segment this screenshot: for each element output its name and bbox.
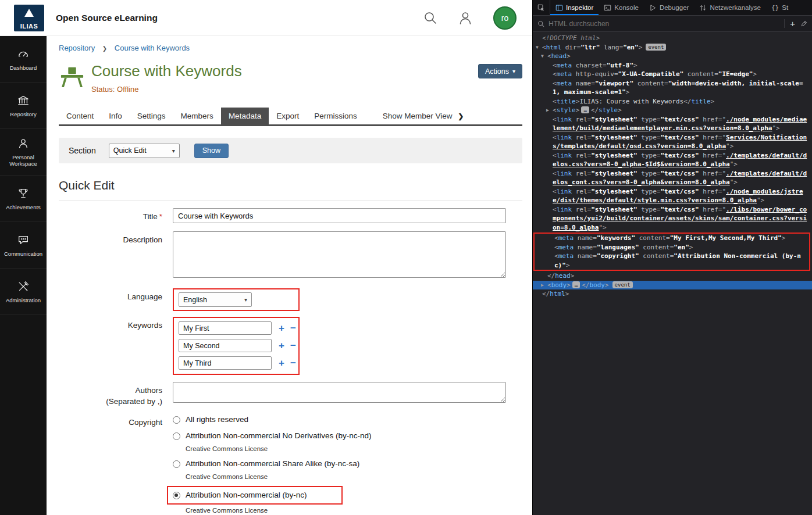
copyright-option-all-rights[interactable]: All rights reserved [173,414,522,425]
devtools-tree-line[interactable]: ▼<head> [533,52,812,61]
sidebar-item-communication[interactable]: Communication [0,222,47,269]
tab-members[interactable]: Members [173,108,221,124]
inline-expander[interactable]: … [572,281,580,288]
keyword-input[interactable] [179,321,272,335]
sidebar-item-achievements[interactable]: Achievements [0,176,47,222]
radio-icon[interactable] [173,460,180,468]
copyright-option-by-nc-nd[interactable]: Attribution Non-commercial No Derivative… [173,430,522,442]
devtools-tree-line[interactable]: <link rel="stylesheet" type="text/css" h… [533,115,812,133]
tab-permissions[interactable]: Permissions [307,108,365,124]
radio-icon[interactable] [173,432,180,440]
devtools-tree-line[interactable]: <link rel="stylesheet" type="text/css" h… [533,151,812,169]
markup-token: "> [730,178,738,186]
add-keyword-button[interactable]: + [279,323,284,333]
breadcrumb-course[interactable]: Course with Keywords [115,44,190,52]
tab-show-member-view[interactable]: Show Member View ❯ [375,108,472,124]
markup-token: "stylesheet" [591,134,637,141]
eyedropper-icon[interactable] [800,20,807,27]
description-textarea[interactable] [173,231,506,278]
devtools-tree-line[interactable]: <link rel="stylesheet" type="text/css" h… [533,169,812,187]
add-keyword-button[interactable]: + [279,341,284,351]
tab-info[interactable]: Info [101,108,130,124]
markup-token: http-equiv [576,70,614,78]
markup-token [635,234,639,242]
markup-token: "en" [623,44,639,51]
remove-keyword-button[interactable]: − [290,358,296,368]
show-button[interactable]: Show [194,144,229,158]
actions-button[interactable]: Actions ▾ [478,64,522,78]
expand-arrow-icon[interactable]: ▶ [546,106,553,115]
markup-token: "IE=edge" [718,70,753,78]
avatar[interactable]: ro [493,6,517,30]
create-node-button[interactable]: + [790,19,795,28]
breadcrumb-repository[interactable]: Repository [59,44,95,52]
devtools-tree-line[interactable]: <meta name="keywords" content="My First,… [535,234,809,243]
sidebar-item-administration[interactable]: Administration [0,269,47,315]
remove-keyword-button[interactable]: − [290,341,296,351]
devtools-tree-line[interactable]: <link rel="stylesheet" type="text/css" h… [533,133,812,151]
tab-export[interactable]: Export [269,108,307,124]
sidebar-item-repository[interactable]: Repository [0,83,47,129]
markup-token: = [593,252,597,260]
search-button[interactable] [422,10,439,26]
devtools-tree-line[interactable]: <link rel="stylesheet" type="text/css" h… [533,205,812,233]
cc-license-note: Creative Commons License [186,507,522,514]
markup-token: link [557,116,572,123]
copyright-option-by-nc[interactable]: Attribution Non-commercial (by-nc) [173,489,307,501]
language-select[interactable]: English ▾ [179,292,252,307]
title-input[interactable] [173,208,506,223]
section-select[interactable]: Quick Edit ▾ [109,144,180,158]
ilias-app: ILIAS Open Source eLearning ro Dashboard… [0,0,532,515]
devtools-tab-netzwerkanalyse[interactable]: Netzwerkanalyse [694,0,766,15]
event-badge[interactable]: event [646,44,666,51]
markup-token: meta [558,244,574,251]
copyright-option-by-nc-sa[interactable]: Attribution Non-commercial Share Alike (… [173,458,522,470]
event-badge[interactable]: event [612,281,633,288]
tab-content[interactable]: Content [59,108,101,124]
devtools-tree-line[interactable]: <link rel="stylesheet" type="text/css" h… [533,187,812,205]
devtools-tree-line[interactable]: <!DOCTYPE html> [533,34,812,43]
authors-textarea[interactable] [173,382,506,403]
devtools-tree-line[interactable]: </html> [533,289,812,299]
devtools-tab-label: Inspektor [566,4,593,11]
devtools-tree-line[interactable]: <meta charset="utf-8"> [533,61,812,70]
radio-checked-icon[interactable] [173,492,180,499]
devtools-tree-line[interactable]: <meta name="languages" content="en"> [535,243,809,252]
expand-arrow-icon[interactable]: ▼ [541,52,547,61]
remove-keyword-button[interactable]: − [290,323,296,333]
tab-metadata[interactable]: Metadata [221,108,269,124]
devtools-tree-line[interactable]: <meta http-equiv="X-UA-Compatible" conte… [533,70,812,79]
devtools-tab-debugger[interactable]: Debugger [644,0,695,15]
ilias-logo[interactable]: ILIAS [14,5,44,31]
devtools-toolbar: Inspektor Konsole Debugger Netzwerkanaly… [533,0,812,16]
devtools-tree-line[interactable]: <meta name="copyright" content="Attribut… [535,252,809,270]
who-is-online-button[interactable] [457,10,473,26]
expand-arrow-icon[interactable]: ▼ [536,43,542,52]
devtools-tab-inspektor[interactable]: Inspektor [550,0,599,15]
markup-token: "> [730,160,738,168]
devtools-tree-line[interactable]: <title>ILIAS: Course with Keywords</titl… [533,97,812,106]
expand-arrow-icon[interactable]: ▶ [541,281,547,290]
tab-settings[interactable]: Settings [130,108,173,124]
devtools-tab-konsole[interactable]: Konsole [599,0,644,15]
markup-token: > [567,281,571,289]
devtools-tree-line[interactable]: <meta name="viewport" content="width=dev… [533,79,812,97]
radio-icon[interactable] [173,416,180,424]
devtools-tree-line[interactable]: </head> [533,271,812,281]
sidebar-item-personal-workspace[interactable]: Personal Workspace [0,129,47,176]
markup-token: title [557,98,576,105]
devtools-tree-line[interactable]: ▼<html dir="ltr" lang="en">event [533,43,812,52]
add-keyword-button[interactable]: + [279,358,284,368]
keyword-input[interactable] [179,356,272,370]
pick-element-button[interactable] [533,0,550,15]
devtools-tree-line[interactable]: ▶<style>…</style> [533,106,812,115]
console-icon [604,4,611,12]
inline-expander[interactable]: … [581,106,589,113]
markup-token: type [641,152,657,159]
html-search-input[interactable] [549,20,780,28]
devtools-tree-line[interactable]: ▶<body>…</body>event [533,281,812,290]
keyword-input[interactable] [179,339,272,352]
sidebar-item-dashboard[interactable]: Dashboard [0,36,47,83]
devtools-panel: Inspektor Konsole Debugger Netzwerkanaly… [532,0,812,515]
devtools-tab-style-editor[interactable]: {} St [766,0,793,15]
